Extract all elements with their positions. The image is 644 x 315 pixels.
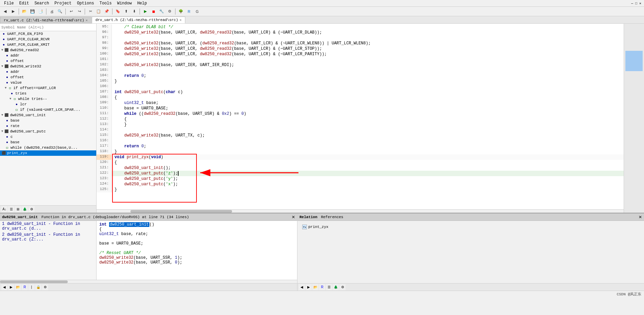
rebuild-btn[interactable]: 🔧 [158, 8, 165, 15]
rel-list-btn[interactable]: ☰ [326, 284, 332, 290]
rel-open-btn[interactable]: 📂 [312, 284, 318, 290]
bottom-close-btn[interactable]: ✕ [292, 215, 295, 219]
save-btn[interactable]: 💾 [29, 8, 36, 15]
line-content-121[interactable]: dw8250_uart_init(); [112, 166, 171, 170]
relations-close-btn[interactable]: ✕ [639, 215, 642, 219]
stop-btn[interactable]: ⏹ [150, 8, 157, 15]
line-content-102[interactable]: dw8250_write32(base, UART_IER, UART_IER_… [112, 63, 234, 67]
rel-nav-fwd[interactable]: ▶ [306, 284, 312, 290]
nav-open-btn[interactable]: 📂 [15, 284, 21, 290]
bottom-result-2[interactable]: 2 dw8250_uart_init - Function in drv_uar… [0, 232, 96, 243]
next-bookmark-btn[interactable]: ⬇ [130, 8, 138, 15]
print-btn[interactable]: 🖨 [48, 8, 56, 15]
line-content-105[interactable]: } [112, 79, 117, 84]
tab-close-2[interactable]: ✕ [180, 18, 182, 22]
bottom-hscrollbar-thumb[interactable] [0, 280, 68, 283]
tree-item-if-offset[interactable]: ▼ ◻ if offset==UART_LCR [0, 85, 96, 91]
menu-search[interactable]: Search [32, 0, 52, 6]
tree-item-while-read32[interactable]: ◻ while (dw8250_read32(base,U... [0, 145, 96, 150]
line-content-119[interactable]: void print_zyx(void) [112, 155, 163, 160]
bottom-hscrollbar[interactable] [0, 280, 297, 283]
line-content-109[interactable]: uint32_t base; [112, 101, 159, 105]
menu-edit[interactable]: Edit [17, 0, 32, 6]
tree-item-base2[interactable]: ● base [0, 140, 96, 145]
symbol-search-input[interactable] [1, 25, 95, 29]
line-content-104[interactable]: return 0; [112, 74, 146, 78]
nav-settings-btn[interactable]: ⚙ [42, 284, 48, 290]
line-content-112[interactable]: { [112, 117, 127, 122]
tree-item-offset2[interactable]: ● offset [0, 75, 96, 80]
menu-options[interactable]: Options [74, 0, 97, 6]
code-hscrollbar[interactable] [97, 209, 644, 213]
nav-lock-btn[interactable]: 🔒 [35, 284, 41, 290]
tab-drv-uart-h[interactable]: drv_uart.h (Z:\d1-nezha-rtthread\src) ✕ [92, 17, 185, 23]
tree-item-dw8250-write32[interactable]: ▼ ⬛ dw8250_write32 [0, 64, 96, 69]
tree-item-uart-fcr-clear-rcvr[interactable]: ● UART_FCR_CLEAR_RCVR [0, 37, 96, 42]
copy-btn[interactable]: 📋 [95, 8, 102, 15]
tree-item-lcr[interactable]: ● lcr [0, 102, 96, 107]
paste-btn[interactable]: 📌 [103, 8, 110, 15]
line-content-123[interactable]: dw8250_uart_putc('y'); [112, 176, 178, 181]
nav-ref-btn[interactable]: R [22, 284, 28, 290]
open-btn[interactable]: 📂 [21, 8, 28, 15]
rel-settings-btn2[interactable]: ⚙ [339, 284, 346, 290]
rel-ref-btn[interactable]: R [319, 284, 325, 290]
line-content-95[interactable]: /* Clear DLAB bit */ [112, 25, 173, 29]
tree-item-while-tries[interactable]: ▼ ◻ while tries-- [0, 96, 96, 102]
reference-btn[interactable]: R [185, 8, 193, 15]
tab-rv-uart-c[interactable]: rv_uart.c (Z:\d1-nezha-rtthread\src) ✕ [0, 17, 91, 23]
tree-item-dw8250-read32[interactable]: ▼ ⬛ dw8250_read32 [0, 47, 96, 53]
line-content-99[interactable]: dw8250_write32(base, UART_LCR, dw8250_re… [112, 46, 322, 51]
line-content-107[interactable]: int dw8250_uart_putc(char c) [112, 90, 183, 94]
tree-item-base1[interactable]: ● base [0, 118, 96, 123]
relation-item-print-zyx[interactable]: fx print_zyx [300, 224, 641, 230]
tree-item-addr2[interactable]: ● addr [0, 69, 96, 75]
tree-item-dw8250-uart-init[interactable]: ▼ ⬛ dw8250_uart_init [0, 112, 96, 118]
tab-close-1[interactable]: ✕ [86, 18, 88, 22]
bookmark-btn[interactable]: 🔖 [114, 8, 122, 15]
tree-item-dw8250-uart-putc[interactable]: ▼ ⬛ dw8250_uart_putc [0, 129, 96, 134]
find-btn[interactable]: 🔍 [56, 8, 64, 15]
calltree-btn[interactable]: 🌳 [177, 8, 185, 15]
line-content-124[interactable]: dw8250_uart_putc('x'); [112, 182, 178, 187]
tree-item-addr1[interactable]: ● addr [0, 53, 96, 58]
grep-btn[interactable]: G [193, 8, 201, 15]
tree-item-tries[interactable]: ● tries [0, 91, 96, 96]
menu-file[interactable]: File [1, 0, 17, 6]
sym-tree-btn[interactable]: 🌲 [22, 206, 28, 212]
menu-tools[interactable]: Tools [97, 0, 115, 6]
line-content-122[interactable]: dw8250_uart_putc('z'); [112, 171, 179, 176]
rel-nav-back[interactable]: ◀ [299, 284, 305, 290]
line-content-125[interactable]: } [112, 187, 117, 192]
back-btn[interactable]: ◀ [1, 8, 9, 15]
tree-item-offset1[interactable]: ● offset [0, 58, 96, 64]
redo-btn[interactable]: ↪ [76, 8, 83, 15]
tree-item-uart-fcr-en-fifo[interactable]: ● UART_FCR_EN_FIFO [0, 31, 96, 37]
tree-item-uart-fcr-clear-xmit[interactable]: ● UART_FCR_CLEAR_XMIT [0, 42, 96, 47]
line-content-117[interactable]: return 0; [112, 144, 146, 149]
prev-bookmark-btn[interactable]: ⬆ [122, 8, 130, 15]
tree-item-print-zyx[interactable]: ⬛ print_zyx [0, 150, 96, 156]
sym-az-btn[interactable]: A↓ [1, 206, 7, 212]
cut-btn[interactable]: ✂ [87, 8, 94, 15]
sym-grid-btn[interactable]: ⊞ [15, 206, 21, 212]
run-btn[interactable]: ▶ [142, 8, 149, 15]
rel-tree-btn[interactable]: 🌲 [333, 284, 339, 290]
bottom-result-1[interactable]: 1 dw8250_uart_init - Function in drv_uar… [0, 221, 96, 232]
line-content-118[interactable]: } [112, 149, 117, 154]
line-content-96[interactable]: dw8250_write32(base, UART_LCR, dw8250_re… [112, 30, 322, 35]
line-content-113[interactable]: } [112, 122, 127, 127]
sym-settings-btn[interactable]: ⚙ [28, 206, 35, 212]
nav-back-btn[interactable]: ◀ [1, 284, 7, 290]
nav-fwd-btn[interactable]: ▶ [8, 284, 14, 290]
tree-item-if-value[interactable]: ◻ if (value&~UART_LCR_SPAR... [0, 107, 96, 112]
code-scroll-area[interactable]: 95: /* Clear DLAB bit */ 96: dw8250_writ… [97, 24, 644, 209]
bottom-code-preview[interactable]: int dw8250_uart_init() { uint32_t base, … [97, 221, 297, 280]
sym-list-btn[interactable]: ☰ [8, 206, 14, 212]
tree-item-rate[interactable]: ● rate [0, 123, 96, 129]
line-content-111[interactable]: while ((dw8250_read32(base, UART_USR) & … [112, 111, 246, 116]
project-settings-btn[interactable]: ⚙ [166, 8, 173, 15]
save-all-btn[interactable]: 📑 [37, 8, 44, 15]
menu-project[interactable]: Project [52, 0, 74, 6]
line-content-108[interactable]: { [112, 95, 117, 100]
